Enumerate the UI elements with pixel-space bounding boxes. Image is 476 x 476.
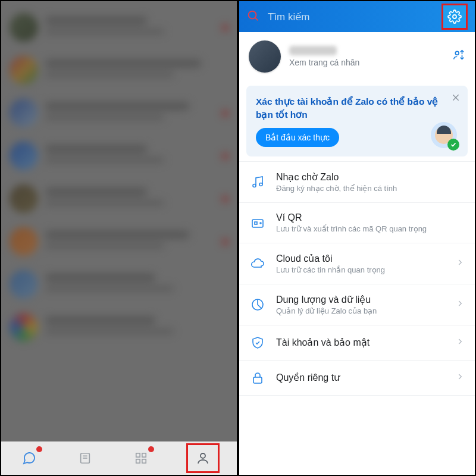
profile-subtitle: Xem trang cá nhân	[289, 58, 444, 67]
nav-discover-icon[interactable]	[130, 447, 152, 469]
menu-qr-wallet[interactable]: Ví QR Lưu trữ và xuất trình các mã QR qu…	[239, 203, 475, 243]
svg-point-18	[260, 223, 261, 224]
lock-icon	[250, 370, 265, 386]
svg-rect-5	[136, 459, 140, 463]
svg-point-10	[453, 15, 456, 18]
svg-rect-17	[255, 222, 257, 224]
verify-card: Xác thực tài khoản để Zalo có thể bảo vệ…	[246, 86, 468, 156]
svg-rect-4	[142, 453, 146, 457]
checkmark-icon	[447, 139, 459, 151]
chat-list-panel	[0, 0, 238, 476]
nav-contacts-icon[interactable]	[74, 447, 96, 469]
menu-privacy[interactable]: Quyền riêng tư	[239, 361, 475, 396]
svg-point-11	[455, 51, 459, 55]
chevron-right-icon	[456, 299, 464, 310]
cloud-icon	[250, 256, 265, 271]
settings-panel: Tìm kiếm Xem trang cá nhân Xác thực tài …	[238, 0, 476, 476]
chevron-right-icon	[456, 337, 464, 348]
search-bar[interactable]: Tìm kiếm	[239, 1, 475, 32]
verify-title: Xác thực tài khoản để Zalo có thể bảo vệ…	[256, 95, 458, 121]
nav-profile-icon[interactable]	[186, 443, 220, 473]
svg-line-9	[255, 18, 258, 20]
swap-account-icon[interactable]	[452, 49, 465, 64]
menu-storage-data[interactable]: Dung lượng và dữ liệu Quản lý dữ liệu Za…	[239, 284, 475, 325]
close-icon[interactable]	[451, 93, 461, 104]
verify-button[interactable]: Bắt đầu xác thực	[256, 128, 339, 147]
menu-account-security[interactable]: Tài khoản và bảo mật	[239, 325, 475, 361]
chevron-right-icon	[456, 258, 464, 269]
svg-rect-6	[142, 459, 146, 463]
menu-ringtone[interactable]: Nhạc chờ Zalo Đăng ký nhạc chờ, thể hiện…	[239, 161, 475, 203]
wallet-icon	[250, 215, 265, 231]
bottom-nav	[1, 441, 237, 475]
settings-button[interactable]	[441, 4, 468, 30]
nav-messages-icon[interactable]	[18, 447, 40, 469]
profile-name-blurred	[289, 46, 337, 55]
chevron-right-icon	[456, 372, 464, 383]
verify-illustration	[431, 122, 457, 148]
shield-icon	[250, 335, 265, 350]
svg-rect-20	[253, 377, 262, 383]
svg-rect-3	[136, 453, 140, 457]
menu-my-cloud[interactable]: Cloud của tôi Lưu trữ các tin nhắn quan …	[239, 243, 475, 284]
svg-point-7	[201, 453, 205, 458]
pie-chart-icon	[250, 297, 265, 312]
search-icon	[246, 9, 259, 24]
avatar	[249, 40, 281, 73]
svg-point-14	[253, 184, 256, 187]
search-placeholder: Tìm kiếm	[268, 11, 433, 23]
gear-icon	[447, 10, 462, 24]
music-icon	[250, 174, 265, 190]
profile-row[interactable]: Xem trang cá nhân	[239, 32, 475, 81]
svg-point-15	[259, 183, 262, 186]
svg-point-8	[249, 11, 256, 19]
menu-list: Nhạc chờ Zalo Đăng ký nhạc chờ, thể hiện…	[239, 161, 475, 396]
